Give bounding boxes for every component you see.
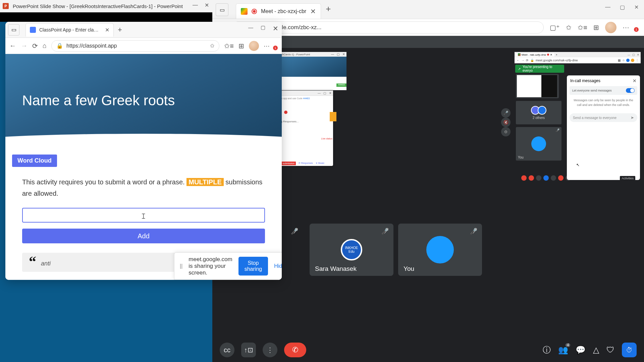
mini-you-avatar xyxy=(531,136,546,151)
collections-icon[interactable]: ⊞ xyxy=(238,42,244,50)
profile-avatar[interactable] xyxy=(605,22,616,33)
tab-actions-icon[interactable]: ▭ xyxy=(8,24,19,36)
incall-messages-panel: In-call messages ✕ Let everyone send mes… xyxy=(567,75,640,180)
mute-icon: 🎤̸ xyxy=(470,228,477,235)
meet-control-bar: cc ↑⊡ ⋮ ✆ ⓘ 👥4 💬 △ 🛡 ⏱ xyxy=(212,338,644,362)
url-input[interactable]: 🔒 https://classpoint.app ✩ xyxy=(51,40,219,52)
hangup-button[interactable]: ✆ xyxy=(284,343,306,357)
mini-presentation-thumb xyxy=(516,74,559,98)
slide-heading: Name a few Greek roots xyxy=(22,93,175,109)
new-tab-button[interactable]: + xyxy=(326,4,331,14)
participant-tile-you[interactable]: 🎤̸ You xyxy=(398,224,482,276)
mini-others-tile: 2 others xyxy=(516,101,561,124)
chat-icon[interactable]: 💬 xyxy=(576,345,586,355)
window-minimize[interactable]: — xyxy=(605,4,610,10)
address-bar: ← → ⟳ ⌂ 🔒 https://classpoint.app ✩ ✩≡ ⊞ … xyxy=(5,38,282,54)
incall-toggle[interactable] xyxy=(626,88,635,93)
ppt-close[interactable]: ✕ xyxy=(205,2,209,8)
tab-title: ClassPoint App - Enter class code xyxy=(39,27,100,33)
incall-toggle-label: Let everyone send messages xyxy=(572,89,612,92)
avatar: INKHOE Edu xyxy=(341,239,362,260)
powerpoint-icon: P xyxy=(3,3,9,9)
favorite-icon[interactable]: ✩ xyxy=(210,43,214,49)
incall-message-input[interactable]: Send a message to everyone ➤ xyxy=(570,113,637,122)
tab-close-icon[interactable]: ✕ xyxy=(105,27,109,33)
window-minimize[interactable]: — xyxy=(248,24,253,33)
mini-live-status: Live status xyxy=(321,137,332,140)
submitted-word: anti xyxy=(41,260,51,267)
new-tab-button[interactable]: + xyxy=(118,25,122,34)
window-close[interactable]: ✕ xyxy=(273,24,278,33)
activity-description: This activity requires you to submit a w… xyxy=(22,176,265,199)
mini-avatar-icon xyxy=(538,106,546,115)
people-icon[interactable]: 👥4 xyxy=(558,345,568,355)
mini-meet-window: Meet - nak-uzfp-dnw ✕ + —▢✕ ←→⟳ 🔒 meet.g… xyxy=(515,52,641,185)
browser-tab-meet[interactable]: Meet - zbc-xzxj-cbr ✕ xyxy=(236,3,321,19)
edge-titlebar: ▭ Meet - zbc-xzxj-cbr ✕ + — ▢ ✕ xyxy=(212,0,644,19)
powerpoint-title: PowerPoint Slide Show - [GreekRootsInter… xyxy=(13,3,183,9)
more-options-button[interactable]: ⋮ xyxy=(263,343,277,357)
mini-orange-block xyxy=(330,112,336,121)
text-cursor-icon: 𝙸 xyxy=(141,212,146,221)
lock-icon: 🔒 xyxy=(56,43,63,49)
present-button[interactable]: ↑⊡ xyxy=(241,343,256,357)
tab-title: Meet - zbc-xzxj-cbr xyxy=(261,8,306,14)
captions-button[interactable]: cc xyxy=(220,343,234,357)
meeting-info-icon[interactable]: ⓘ xyxy=(543,345,551,355)
screen-share-banner: || meet.google.com is sharing your scree… xyxy=(174,252,282,280)
ppt-minimize[interactable]: — xyxy=(193,2,198,8)
host-controls-icon[interactable]: 🛡 xyxy=(606,345,614,355)
back-icon[interactable]: ← xyxy=(9,42,16,50)
classpoint-content: Name a few Greek roots Word Cloud This a… xyxy=(5,54,282,280)
mini-code-badge: 44463 xyxy=(336,83,346,87)
incall-note: Messages can only be seen by people in t… xyxy=(567,95,640,111)
activities-icon[interactable]: △ xyxy=(593,345,599,355)
slide-banner: Name a few Greek roots xyxy=(5,54,282,147)
profile-avatar[interactable] xyxy=(249,41,259,51)
mini-presenting-banner: ↗ You're presenting to everyo xyxy=(515,65,564,73)
menu-icon[interactable]: ⋯ xyxy=(623,23,629,32)
window-maximize[interactable]: ▢ xyxy=(620,4,625,10)
send-icon[interactable]: ➤ xyxy=(631,115,634,120)
tab-close-icon[interactable]: ✕ xyxy=(310,7,316,15)
hide-button[interactable]: Hide xyxy=(274,263,282,269)
favorite-icon[interactable]: ✩ xyxy=(566,23,572,32)
multiple-badge: MULTIPLE xyxy=(186,178,224,186)
notification-badge: 1 xyxy=(273,46,278,50)
activities-tooltip: Activities xyxy=(620,176,635,181)
favorites-bar-icon[interactable]: ✩≡ xyxy=(224,42,234,50)
ppt-slideshow-strip xyxy=(0,12,212,22)
stop-sharing-button[interactable]: Stop sharing xyxy=(238,257,268,276)
notification-badge: 1 xyxy=(634,27,639,32)
recording-icon xyxy=(252,9,257,14)
window-maximize[interactable]: ▢ xyxy=(261,24,265,33)
mini-ppt-slide: 44463 xyxy=(279,57,346,90)
classpoint-favicon-icon xyxy=(30,27,36,33)
mini-side-icons: 🎤🔇⊖ xyxy=(501,108,511,136)
favorites-bar-icon[interactable]: ✩≡ xyxy=(578,23,587,32)
forward-icon: → xyxy=(21,42,28,50)
tab-actions-icon[interactable]: ▭ xyxy=(216,3,228,16)
mini-red-dot xyxy=(284,111,287,114)
incall-close-icon[interactable]: ✕ xyxy=(633,78,637,83)
collections-icon[interactable]: ⊞ xyxy=(593,23,599,32)
mute-icon: 🎤̸ xyxy=(381,228,389,235)
mini-meet-tab: Meet - nak-uzfp-dnw ✕ xyxy=(516,53,554,57)
mini-classpoint-window: —▢✕ k.app and use Code 44463 Live status… xyxy=(279,90,333,166)
quote-open-icon: “ xyxy=(29,257,36,266)
participant-name: Sara Wanasek xyxy=(315,265,357,273)
home-icon[interactable]: ⌂ xyxy=(43,42,47,50)
mute-icon: 🎤̸ xyxy=(555,128,559,132)
add-button[interactable]: Add xyxy=(22,229,265,243)
camera-indicator-icon[interactable]: ▢⁺ xyxy=(550,23,560,32)
cursor-icon: ↖ xyxy=(576,163,580,167)
recording-timer-button[interactable]: ⏱ xyxy=(622,343,637,357)
participant-tile-sara[interactable]: 🎤̸ INKHOE Edu Sara Wanasek xyxy=(310,224,393,276)
edge-window-classpoint: ▭ ClassPoint App - Enter class code ✕ + … xyxy=(5,22,282,280)
reload-icon[interactable]: ⟳ xyxy=(32,42,38,50)
presentation-tile: shCards-1] - PowerPoint —▢✕ 44463 —▢✕ k.… xyxy=(279,52,641,219)
window-close[interactable]: ✕ xyxy=(634,4,639,10)
pause-icon[interactable]: || xyxy=(180,263,182,269)
menu-icon[interactable]: ⋯ xyxy=(264,42,270,50)
browser-tab-classpoint[interactable]: ClassPoint App - Enter class code ✕ xyxy=(25,23,114,37)
